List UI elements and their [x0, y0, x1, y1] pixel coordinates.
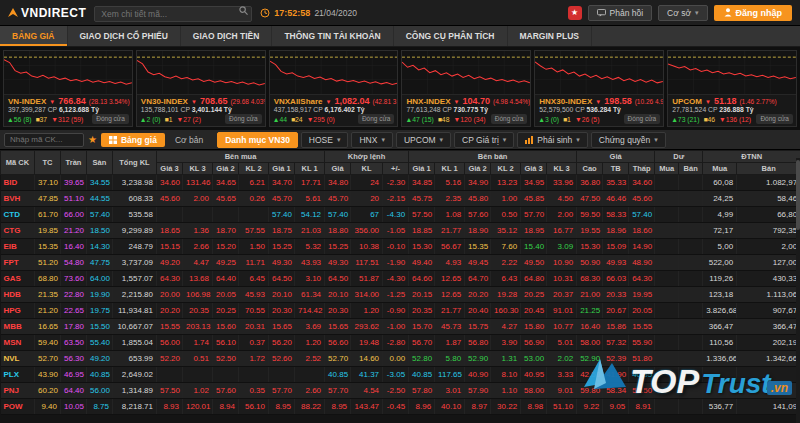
ticker-symbol[interactable]: POW	[1, 399, 35, 415]
stock-row[interactable]: CTG19.8521.2018.509,299.8918.651.3618.70…	[1, 223, 800, 239]
stock-row[interactable]: PNJ60.2064.4056.001,314.8957.501.0257.60…	[1, 383, 800, 399]
column-subheader[interactable]: Bán	[679, 163, 703, 175]
index-panel[interactable]: VN30-INDEX▼708.65(29.68 4.03%)135,788,10…	[136, 50, 266, 127]
index-panel[interactable]: HNX30-INDEX▼198.58(10.26 4.91%)52,579,50…	[534, 50, 664, 127]
price-cell: 3.10	[295, 271, 325, 287]
stock-row[interactable]: FPT51.2054.8047.753,737.0949.204.4749.25…	[1, 255, 800, 271]
column-subheader[interactable]: KL 3	[183, 163, 213, 175]
column-subheader[interactable]: +/-	[383, 163, 409, 175]
ticker-symbol[interactable]: BVH	[1, 191, 35, 207]
column-header[interactable]: Tổng KL	[113, 151, 157, 175]
ticker-symbol[interactable]: GAS	[1, 271, 35, 287]
column-subheader[interactable]: KL 2	[491, 163, 521, 175]
column-header[interactable]: Trần	[61, 151, 87, 175]
price-cell: 2.00	[183, 191, 213, 207]
stock-row[interactable]: EIB15.3516.4014.30248.7915.152.6615.201.…	[1, 239, 800, 255]
column-subheader[interactable]: KL	[351, 163, 383, 175]
stock-row[interactable]: BID37.1039.6534.553,238.9834.60131.4634.…	[1, 175, 800, 191]
ticker-symbol[interactable]: FPT	[1, 255, 35, 271]
price-cell: 21.77	[435, 223, 465, 239]
column-subheader[interactable]: KL 1	[435, 163, 465, 175]
column-subheader[interactable]: TB	[603, 163, 629, 175]
ticker-symbol[interactable]: HDB	[1, 287, 35, 303]
index-panel[interactable]: UPCOM▼51.18(1.46 2.77%)27,781,524 CP 236…	[667, 50, 797, 127]
column-subheader[interactable]: Mua	[703, 163, 737, 175]
column-subheader[interactable]: Mua	[655, 163, 679, 175]
scrollbar-thumb[interactable]	[796, 160, 800, 230]
price-cell: 15.50	[87, 319, 113, 335]
search-input[interactable]	[94, 6, 252, 22]
stock-row[interactable]: HDB21.3522.8019.902,215.8020.00106.9820.…	[1, 287, 800, 303]
basic-view-button[interactable]: Cơ bản	[169, 135, 209, 145]
ticker-symbol[interactable]: CTG	[1, 223, 35, 239]
stock-row[interactable]: POW9.4010.058.758,218.718.93120.018.9456…	[1, 399, 800, 415]
price-cell: 907,67	[737, 303, 800, 319]
menu-item[interactable]: CÔNG CỤ PHÂN TÍCH	[394, 26, 508, 46]
favorite-star-icon[interactable]: ★	[88, 134, 97, 145]
price-cell: 19.85	[35, 223, 61, 239]
board-tab[interactable]: Chứng quyền▾	[591, 132, 666, 148]
menu-item[interactable]: GIAO DỊCH CỔ PHIẾU	[68, 26, 181, 46]
column-subheader[interactable]: Giá 2	[465, 163, 491, 175]
column-subheader[interactable]: Giá	[325, 163, 351, 175]
column-header[interactable]: Mã CK	[1, 151, 35, 175]
price-cell: 1.342,66	[737, 351, 800, 367]
index-panel[interactable]: HNX-INDEX▼104.70(4.98 4.54%)77,613,248 C…	[401, 50, 531, 127]
board-tab[interactable]: Danh mục VN30	[217, 132, 298, 148]
column-subheader[interactable]: Giá 1	[269, 163, 295, 175]
column-subheader[interactable]: KL 1	[295, 163, 325, 175]
stock-row[interactable]: BVH47.8551.1044.55608.3345.602.0045.650.…	[1, 191, 800, 207]
board-tab[interactable]: HOSE▾	[301, 132, 349, 148]
ticker-symbol[interactable]: PLX	[1, 367, 35, 383]
ticker-symbol[interactable]: PNJ	[1, 383, 35, 399]
column-subheader[interactable]: Cao	[577, 163, 603, 175]
menu-item[interactable]: THÔNG TIN TÀI KHOẢN	[272, 26, 393, 46]
notification-badge[interactable]: ★	[568, 6, 582, 20]
board-tab[interactable]: UPCOM▾	[396, 132, 451, 148]
column-header[interactable]: Sàn	[87, 151, 113, 175]
ticker-symbol[interactable]: EIB	[1, 239, 35, 255]
column-subheader[interactable]: Giá 3	[521, 163, 547, 175]
column-subheader[interactable]: Giá 2	[213, 163, 239, 175]
menu-item[interactable]: GIAO DỊCH TIỀN	[181, 26, 273, 46]
stock-row[interactable]: CTD61.7066.0057.40535.5857.4054.1257.406…	[1, 207, 800, 223]
index-panel[interactable]: VN-INDEX▼766.84(28.13 3.54%)397,399,287 …	[3, 50, 133, 127]
ticker-symbol[interactable]: MSN	[1, 335, 35, 351]
stock-code-input[interactable]	[4, 133, 84, 147]
ticker-symbol[interactable]: NVL	[1, 351, 35, 367]
board-tab[interactable]: HNX▾	[351, 132, 392, 148]
column-subheader[interactable]: KL 3	[547, 163, 577, 175]
ticker-symbol[interactable]: MBB	[1, 319, 35, 335]
stock-row[interactable]: PLX43.9046.9540.852,649.0240.8541.37-3.0…	[1, 367, 800, 383]
column-subheader[interactable]: Giá 1	[409, 163, 435, 175]
market-type-select[interactable]: Cơ sở ▾	[658, 5, 707, 21]
ticker-symbol[interactable]: HPG	[1, 303, 35, 319]
ticker-symbol[interactable]: BID	[1, 175, 35, 191]
stock-row[interactable]: MSN59.4063.5055.401,855.0456.001.7456.10…	[1, 335, 800, 351]
menu-item[interactable]: BẢNG GIÁ	[0, 26, 68, 46]
board-tab[interactable]: CP Giá trị▾	[454, 132, 514, 148]
price-cell: 2,649.02	[113, 367, 157, 383]
price-board-button[interactable]: Bảng giá	[101, 133, 165, 147]
column-subheader[interactable]: Bán	[737, 163, 800, 175]
column-subheader[interactable]: KL 2	[239, 163, 269, 175]
stock-row[interactable]: GAS68.8073.6064.001,557.0764.3013.6864.4…	[1, 271, 800, 287]
ticker-search[interactable]	[94, 3, 252, 22]
price-cell: 34.70	[269, 175, 295, 191]
menu-item[interactable]: MARGIN PLUS	[508, 26, 593, 46]
index-panel[interactable]: VNXAllShare▼1,082.04(42.81 3.81%)437,158…	[269, 50, 399, 127]
table-scrollbar[interactable]	[796, 158, 800, 423]
stock-row[interactable]: HPG21.2022.6519.7511,934.8120.2020.3520.…	[1, 303, 800, 319]
login-button[interactable]: Đăng nhập	[714, 5, 793, 21]
vndirect-logo[interactable]: VNDIRECT	[8, 6, 86, 20]
column-subheader[interactable]: Thấp	[629, 163, 655, 175]
price-cell: 15.75	[465, 319, 491, 335]
stock-row[interactable]: NVL52.7056.3049.20653.9952.200.5152.501.…	[1, 351, 800, 367]
column-header[interactable]: TC	[35, 151, 61, 175]
board-tab[interactable]: Phái sinh▾	[517, 132, 587, 148]
price-cell	[183, 367, 213, 383]
stock-row[interactable]: MBB16.6517.8015.5010,667.0715.55203.1315…	[1, 319, 800, 335]
ticker-symbol[interactable]: CTD	[1, 207, 35, 223]
column-subheader[interactable]: Giá 3	[157, 163, 183, 175]
feedback-button[interactable]: Phản hồi	[588, 5, 653, 21]
